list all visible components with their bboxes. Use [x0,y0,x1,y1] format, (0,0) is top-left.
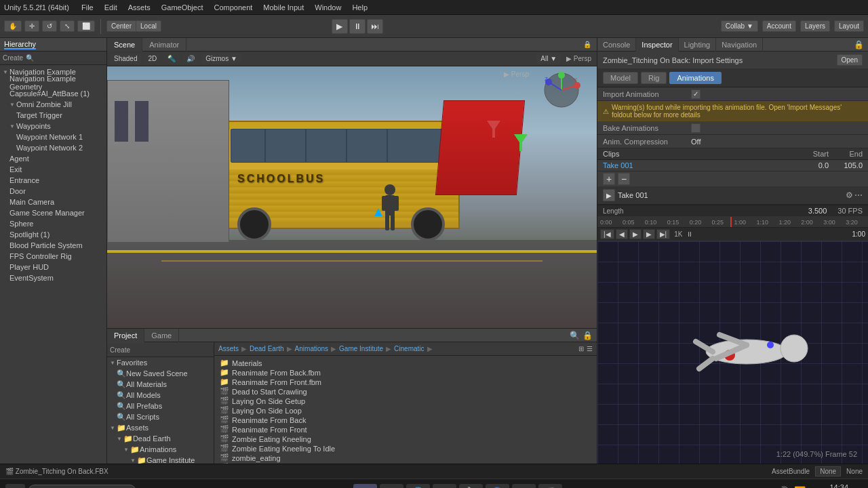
proj-assets[interactable]: ▼ 📁 Assets [107,422,214,433]
asset-bundle-value[interactable]: None [815,466,841,476]
breadcrumb-assets[interactable]: Assets [218,345,239,352]
breadcrumb-game-institute[interactable]: Game Institute [339,345,383,352]
menu-file[interactable]: File [76,2,99,13]
pivot-center[interactable]: Center [107,21,136,31]
file-dead-crawl[interactable]: 🎬 Dead to Start Crawling [217,387,594,396]
taskbar-mail-btn[interactable]: 📧 [512,484,536,489]
account-btn[interactable]: Account [762,20,796,32]
file-reanimate-back[interactable]: 🎬 Reanimate From Back [217,415,594,424]
tree-nav-geometry[interactable]: Navigation Example Geometry [0,77,106,88]
menu-component[interactable]: Component [208,2,258,13]
scale-tool[interactable]: ⤡ [60,20,75,32]
tab-inspector[interactable]: Inspector [636,38,678,52]
tree-event-system[interactable]: EventSystem [0,272,106,283]
tree-waypoints[interactable]: ▼ Waypoints [0,121,106,131]
all-dropdown[interactable]: All ▼ [536,54,561,64]
grid-view-icon[interactable]: ⊞ [578,345,584,352]
tree-main-camera[interactable]: Main Camera [0,197,106,207]
taskbar-explorer-btn[interactable]: 📁 [380,484,403,489]
tab-project[interactable]: Project [107,329,144,342]
start-btn[interactable]: ⊞ [5,484,25,488]
tree-waypoint2[interactable]: Waypoint Network 2 [0,142,106,153]
taskbar-code-btn[interactable]: 💻 [433,484,456,489]
menu-assets[interactable]: Assets [123,2,156,13]
project-create-btn[interactable]: Create [110,346,130,354]
proj-all-materials[interactable]: 🔍 All Materials [107,379,214,390]
taskbar-music-btn[interactable]: 🎵 [538,484,562,489]
tl-next-key[interactable]: ▶| [656,229,671,239]
file-materials[interactable]: 📁 Materials [217,359,594,367]
gizmos-dropdown[interactable]: Gizmos ▼ [201,54,241,64]
anim-compression-value[interactable]: Off [691,138,863,146]
proj-all-scripts[interactable]: 🔍 All Scripts [107,411,214,422]
proj-favorites[interactable]: ▼ Favorites [107,357,214,368]
list-view-icon[interactable]: ☰ [587,345,593,352]
rect-tool[interactable]: ⬜ [77,20,95,32]
take-play-btn[interactable]: ▶ [603,189,615,201]
project-lock-icon[interactable]: 🔒 [583,331,593,340]
hierarchy-create-btn[interactable]: Create [3,54,23,62]
file-reanimate-back-fbm[interactable]: 📁 Reanimate From Back.fbm [217,368,594,377]
tab-game[interactable]: Game [144,329,179,342]
clip-name[interactable]: Take 001 [603,161,795,169]
tree-agent[interactable]: Agent [0,153,106,164]
proj-saved-scene[interactable]: 🔍 New Saved Scene [107,368,214,379]
2d-toggle[interactable]: 2D [144,54,161,64]
tree-door[interactable]: Door [0,186,106,197]
project-search-icon[interactable]: 🔍 [570,331,580,340]
hierarchy-tab[interactable]: Hierarchy [4,40,36,49]
tl-prev-frame[interactable]: ◀ [616,229,628,239]
proj-dead-earth[interactable]: ▼ 📁 Dead Earth [107,433,214,444]
tab-navigation[interactable]: Navigation [716,38,763,52]
tree-spotlight[interactable]: Spotlight (1) [0,229,106,240]
tree-target-trigger[interactable]: Target Trigger [0,110,106,121]
taskbar-browser-btn[interactable]: 🌐 [406,484,430,489]
file-reanimate-front[interactable]: 🎬 Reanimate From Front [217,425,594,434]
tl-next-frame[interactable]: ▶ [643,229,655,239]
mra-animations[interactable]: Animations [669,72,721,84]
move-tool[interactable]: ✛ [24,20,39,32]
remove-clip-btn[interactable]: − [618,173,630,185]
add-clip-btn[interactable]: + [603,173,615,185]
menu-window[interactable]: Window [309,2,347,13]
hierarchy-tree[interactable]: ▼ Navigation Example Navigation Example … [0,65,106,464]
taskbar-chrome-btn[interactable]: 🔵 [486,484,509,489]
mra-rig[interactable]: Rig [641,72,667,84]
tree-fps-controller-rig[interactable]: FPS Controller Rig [0,251,106,262]
mra-model[interactable]: Model [603,72,638,84]
tree-player-hud[interactable]: Player HUD [0,262,106,272]
inspector-lock-icon[interactable]: 🔒 [850,40,868,49]
preview-3d[interactable]: 1:22 (049.7%) Frame 52 [597,241,868,464]
tree-omni-zombie[interactable]: ▼ Omni Zombie Jill [0,99,106,110]
tl-play[interactable]: ▶ [629,229,642,239]
menu-edit[interactable]: Edit [99,2,123,13]
bake-anim-checkbox[interactable] [691,123,701,133]
step-button[interactable]: ⏭ [367,19,383,34]
pause-button[interactable]: ⏸ [349,19,366,34]
tree-blood-particle[interactable]: Blood Particle System [0,240,106,251]
lighting-toggle[interactable]: 🔦 [163,54,180,64]
hand-tool[interactable]: ✋ [4,20,22,32]
audio-toggle[interactable]: 🔊 [182,54,199,64]
file-list[interactable]: 📁 Materials 📁 Reanimate From Back.fbm 📁 … [214,356,597,464]
breadcrumb-animations[interactable]: Animations [295,345,328,352]
file-zombie-eating-idle[interactable]: 🎬 Zombie Eating Kneeling To Idle [217,444,594,453]
collab-btn[interactable]: Collab ▼ [721,20,758,32]
take-settings-icon[interactable]: ⚙ [846,190,853,200]
file-zombie-eating-crouched[interactable]: 🎬 Zombie_Eating Crouched [217,463,594,464]
tab-lighting[interactable]: Lighting [679,38,717,52]
network-icon[interactable]: 📶 [794,486,806,489]
proj-game-institute[interactable]: ▼ 📁 Game Institute [107,455,214,464]
shading-dropdown[interactable]: Shaded [110,54,141,64]
pivot-local[interactable]: Local [136,21,161,31]
file-zombie-eating-kneeling[interactable]: 🎬 Zombie Eating Kneeling [217,434,594,443]
tree-exit[interactable]: Exit [0,164,106,175]
tab-scene[interactable]: Scene [107,38,142,52]
menu-gameobject[interactable]: GameObject [156,2,209,13]
tree-entrance[interactable]: Entrance [0,175,106,186]
scene-view[interactable]: SCHOOLBUS [107,66,597,328]
taskbar-unity-btn[interactable]: 🎮 [353,484,377,489]
menu-mobile-input[interactable]: Mobile Input [258,2,309,13]
open-button[interactable]: Open [837,54,863,66]
proj-all-models[interactable]: 🔍 All Models [107,390,214,401]
